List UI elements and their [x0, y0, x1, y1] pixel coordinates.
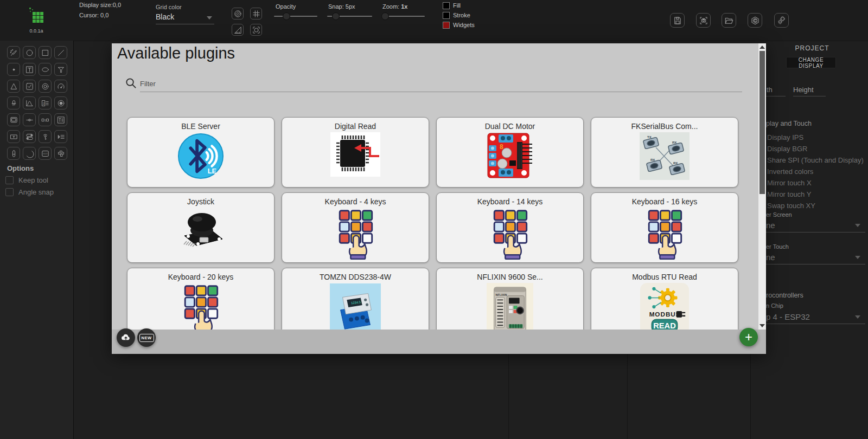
ellipse-icon: [41, 65, 50, 74]
checkbox-mirror-touch-x[interactable]: Mirror touch X: [767, 177, 864, 189]
new-plugin-button[interactable]: NEW: [137, 328, 156, 347]
tool-triangle[interactable]: [7, 80, 20, 93]
checkbox-display-bgr[interactable]: Display BGR: [767, 143, 864, 154]
checkbox-swap-touch-xy[interactable]: Swap touch XY: [767, 200, 864, 211]
driver-screen-select[interactable]: ne: [766, 221, 775, 230]
plugin-card-joystick[interactable]: Joystick: [127, 192, 275, 263]
stroke-color-row: Stroke: [443, 11, 475, 19]
tool-curve-graph[interactable]: [23, 96, 36, 109]
plugin-card-modbus-rtu-read[interactable]: Modbus RTU Read MODBUS READ: [591, 268, 738, 338]
tool-label[interactable]: [7, 130, 20, 143]
width-field-underline: [766, 96, 786, 96]
widgets-color-label: Widgets: [453, 22, 475, 28]
dual-dc-motor-icon: 8: [487, 132, 533, 187]
opacity-slider[interactable]: [274, 16, 317, 17]
tool-slider-vertical[interactable]: [7, 147, 20, 160]
tool-circle[interactable]: [23, 46, 36, 59]
tool-funnel[interactable]: [54, 63, 67, 76]
tool-concentric-circles[interactable]: [39, 80, 52, 93]
grid-overlay-button[interactable]: [232, 8, 244, 20]
tool-touch-gesture[interactable]: [39, 130, 52, 143]
tool-line[interactable]: [54, 46, 67, 59]
plugin-card-keyboard-14-keys[interactable]: Keyboard - 14 keys: [436, 192, 584, 263]
svg-text:RX: RX: [650, 158, 655, 162]
save-button[interactable]: [670, 13, 685, 28]
zoom-slider[interactable]: [381, 16, 425, 17]
keyboard-icon: [333, 208, 378, 262]
scroll-down-arrow[interactable]: [760, 324, 765, 327]
plugin-card-keyboard-16-keys[interactable]: Keyboard - 16 keys: [591, 192, 738, 263]
plugin-list-scrollbar[interactable]: [758, 43, 766, 330]
tool-checkbox[interactable]: [23, 80, 36, 93]
plugin-card-dual-dc-motor[interactable]: Dual DC Motor 8: [436, 117, 584, 188]
tool-point[interactable]: [7, 63, 20, 76]
driver-screen-label: er Screen: [766, 211, 792, 218]
tool-numbered-list[interactable]: 2: [39, 96, 52, 109]
driver-touch-select[interactable]: ne: [766, 253, 775, 262]
tool-dropdown-menu[interactable]: [54, 130, 67, 143]
tool-plugin-puzzle[interactable]: [54, 147, 67, 160]
concentric-circles-icon: [41, 82, 50, 91]
screen-fit-button[interactable]: [250, 24, 262, 36]
open-project-button[interactable]: [722, 13, 736, 28]
checkbox-share-spi-touch-and-display-[interactable]: Share SPI (Touch and Display): [767, 154, 864, 166]
plugin-name: Keyboard - 20 keys: [168, 273, 234, 281]
checkbox-display-ips[interactable]: Display IPS: [767, 132, 864, 143]
tool-segment-display[interactable]: 1: [39, 113, 52, 126]
tool-text-box[interactable]: [23, 63, 36, 76]
scrollbar-thumb[interactable]: [760, 51, 765, 194]
keyboard-icon: [642, 208, 687, 262]
plugin-card-ble-server[interactable]: BLE Server LE: [127, 117, 275, 188]
angle-snap-checkbox[interactable]: [5, 188, 14, 196]
keep-tool-label: Keep tool: [18, 176, 48, 184]
height-field-label[interactable]: Height: [793, 86, 814, 94]
upload-plugin-button[interactable]: [117, 328, 135, 347]
ruler-button[interactable]: [232, 24, 244, 36]
tool-ellipse[interactable]: [39, 63, 52, 76]
tool-slider-horizontal[interactable]: [23, 113, 36, 126]
snap-slider[interactable]: [327, 16, 372, 17]
snap-slider-knob[interactable]: [332, 12, 340, 20]
scroll-up-arrow[interactable]: [760, 46, 765, 49]
chip-select[interactable]: p 4 - ESP32: [766, 312, 810, 321]
add-plugin-fab[interactable]: +: [739, 328, 758, 346]
tool-gauge[interactable]: [54, 80, 67, 93]
funnel-icon: [56, 65, 66, 74]
svg-text:LE: LE: [208, 167, 216, 175]
widgets-color-swatch[interactable]: [443, 22, 450, 29]
generate-code-button[interactable]: [748, 13, 762, 28]
plugin-card-tomzn-dds238-4w[interactable]: TOMZN DDS238-4W 1234.5: [282, 268, 429, 338]
tool-toggle-switches[interactable]: [23, 130, 36, 143]
checkbox-inverted-colors[interactable]: Inverted colors: [767, 166, 864, 177]
width-field-label[interactable]: th: [767, 86, 773, 94]
screenshot-button[interactable]: [696, 13, 711, 28]
plugin-card-keyboard-20-keys[interactable]: Keyboard - 20 keys: [127, 268, 275, 338]
plugin-name: FKSerialBus Com...: [631, 122, 698, 131]
tool-text-area[interactable]: [54, 113, 67, 126]
tool-rectangle[interactable]: [39, 46, 52, 59]
fill-color-swatch[interactable]: [443, 2, 450, 9]
keep-tool-checkbox[interactable]: [5, 176, 14, 184]
ble-server-icon: LE: [177, 132, 224, 187]
tool-brush[interactable]: [7, 46, 20, 59]
checkbox-mirror-touch-y[interactable]: Mirror touch Y: [767, 189, 864, 200]
tool-icon-image[interactable]: ICO: [39, 147, 52, 160]
opacity-slider-knob[interactable]: [283, 12, 290, 20]
filter-input[interactable]: Filter: [140, 80, 156, 88]
plugin-card-digital-read[interactable]: Digital Read: [282, 117, 429, 188]
tool-led[interactable]: [7, 96, 20, 109]
plugin-name: Dual DC Motor: [485, 122, 535, 131]
circle-icon: [25, 48, 34, 57]
plugin-card-fkserialbus-com[interactable]: FKSerialBus Com... TXRXRXRX: [591, 117, 738, 188]
tool-arc[interactable]: [23, 147, 36, 160]
grid-button[interactable]: [250, 8, 262, 20]
grid-color-select[interactable]: Black: [156, 12, 214, 24]
stroke-color-swatch[interactable]: [443, 12, 450, 19]
tool-screen-frame[interactable]: [7, 113, 20, 126]
plugins-button[interactable]: [774, 13, 789, 28]
change-display-button[interactable]: CHANGE DISPLAY: [786, 57, 836, 68]
tool-radio-button[interactable]: [54, 96, 67, 109]
plugin-card-nflixin-9600-se[interactable]: NFLIXIN 9600 Se... NFLIXIN: [436, 268, 584, 338]
zoom-slider-knob[interactable]: [381, 12, 389, 20]
plugin-card-keyboard-4-keys[interactable]: Keyboard - 4 keys: [282, 192, 429, 263]
